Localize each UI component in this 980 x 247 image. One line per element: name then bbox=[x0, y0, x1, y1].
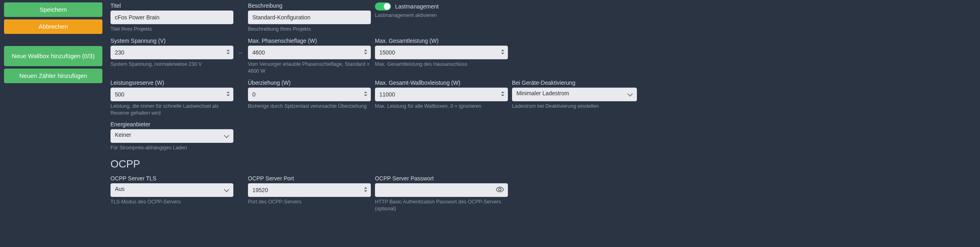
desc-label: Beschreibung bbox=[248, 2, 371, 9]
ocpp-port-help: Port des OCPP-Servers bbox=[248, 199, 371, 205]
ocpp-tls-select[interactable]: Aus bbox=[110, 183, 233, 197]
add-wallbox-button[interactable]: Neue Wallbox hinzufügen (0/3) bbox=[4, 46, 102, 66]
sidebar: Speichern Abbrechen Neue Wallbox hinzufü… bbox=[4, 2, 102, 212]
loadmanagement-help: Lastmanagement aktivieren bbox=[375, 12, 508, 19]
provider-select[interactable]: Keiner bbox=[110, 129, 233, 143]
loadmanagement-toggle[interactable] bbox=[375, 2, 391, 10]
overdraft-input[interactable] bbox=[248, 88, 371, 101]
provider-help: Für Strompreis-abhängiges Laden bbox=[110, 144, 233, 151]
phase-input[interactable] bbox=[248, 46, 371, 59]
reserve-help: Leistung, die immer für schnelle Lastwec… bbox=[110, 103, 233, 117]
ocpp-port-label: OCPP Server Port bbox=[248, 175, 371, 182]
voltage-input[interactable] bbox=[110, 46, 233, 59]
desc-input[interactable] bbox=[248, 10, 371, 24]
title-input[interactable] bbox=[110, 10, 233, 24]
main-form: Titel Titel Ihres Projekts Beschreibung … bbox=[110, 2, 976, 212]
dash-separator: -- bbox=[237, 38, 244, 56]
reserve-label: Leistungsreserve (W) bbox=[110, 80, 233, 86]
desc-help: Beschreibung Ihres Projekts bbox=[248, 26, 371, 33]
overdraft-label: Überziehung (W) bbox=[248, 80, 371, 86]
ondeact-select[interactable]: Minimaler Ladestrom bbox=[512, 88, 637, 101]
ondeact-label: Bei Geräte-Deaktivierung bbox=[512, 80, 637, 86]
phase-help: Vom Versorger erlaubte Phasenschieflage,… bbox=[248, 61, 371, 75]
voltage-label: System Spannung (V) bbox=[110, 38, 233, 44]
overdraft-help: Bisherige durch Spitzenlast verursachte … bbox=[248, 103, 371, 110]
cancel-button[interactable]: Abbrechen bbox=[4, 19, 102, 34]
ocpp-password-label: OCPP Server Passwort bbox=[375, 175, 508, 182]
ocpp-port-input[interactable] bbox=[248, 183, 371, 197]
add-meter-button[interactable]: Neuen Zähler hinzufügen bbox=[4, 69, 102, 83]
totalpower-input[interactable] bbox=[375, 46, 508, 59]
wallboxpower-label: Max. Gesamt-Wallboxleistung (W) bbox=[375, 80, 508, 86]
ocpp-password-input[interactable] bbox=[375, 183, 508, 197]
wallboxpower-help: Max. Leistung für alle Wallboxen, 0 = ig… bbox=[375, 103, 508, 110]
ocpp-password-help: HTTP Basic Authentication Passwort des O… bbox=[375, 199, 508, 212]
loadmanagement-label: Lastmanagement bbox=[395, 3, 439, 10]
phase-label: Max. Phasenschieflage (W) bbox=[248, 38, 371, 44]
wallboxpower-input[interactable] bbox=[375, 88, 508, 101]
ondeact-help: Ladestrom bei Deaktivierung einstellen bbox=[512, 103, 637, 110]
eye-icon bbox=[496, 188, 504, 194]
svg-point-0 bbox=[499, 188, 501, 191]
provider-label: Energieanbieter bbox=[110, 121, 233, 128]
ocpp-heading: OCPP bbox=[110, 158, 637, 170]
title-label: Titel bbox=[110, 2, 233, 9]
reserve-input[interactable] bbox=[110, 88, 233, 101]
save-button[interactable]: Speichern bbox=[4, 2, 102, 17]
title-help: Titel Ihres Projekts bbox=[110, 26, 233, 33]
ocpp-tls-help: TLS-Modus des OCPP-Servers bbox=[110, 199, 233, 205]
ocpp-tls-label: OCPP Server TLS bbox=[110, 175, 233, 182]
totalpower-label: Max. Gesamtleistung (W) bbox=[375, 38, 508, 44]
totalpower-help: Max. Gesamtleistung des Hausanschluss bbox=[375, 61, 508, 68]
reveal-password-button[interactable] bbox=[494, 185, 506, 195]
voltage-help: System Spannung, normalerweise 230 V bbox=[110, 61, 233, 68]
